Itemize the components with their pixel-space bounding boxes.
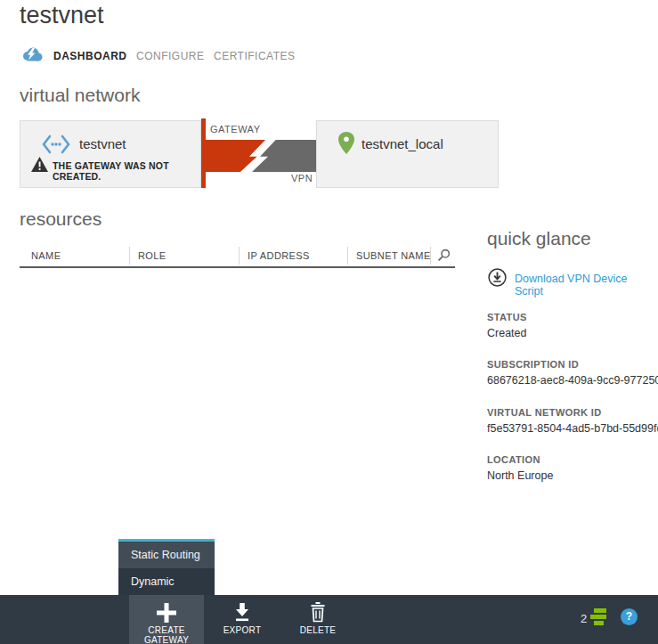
download-vpn-script-link[interactable]: Download VPN Device Script	[515, 273, 658, 298]
export-label: EXPORT	[214, 625, 271, 635]
operations-count[interactable]: 2	[581, 612, 587, 625]
help-icon[interactable]: ?	[621, 608, 638, 625]
column-header-role: ROLE	[138, 250, 167, 261]
column-divider	[129, 247, 130, 265]
column-divider	[347, 247, 348, 265]
virtual-network-icon	[42, 135, 70, 154]
subscription-id-value: 68676218-aec8-409a-9cc9-97725074	[487, 374, 658, 387]
warning-icon	[31, 157, 48, 172]
gateway-label: GATEWAY	[210, 124, 260, 135]
column-header-name: NAME	[31, 250, 61, 261]
export-icon	[214, 601, 271, 624]
location-value: North Europe	[487, 469, 658, 482]
vpn-label: VPN	[291, 173, 313, 183]
column-header-subnet: SUBNET NAME	[356, 250, 431, 261]
command-bar: CREATE GATEWAY EXPORT DEL	[0, 595, 658, 644]
trash-icon	[289, 601, 346, 624]
local-network-box: testvnet_local	[316, 120, 499, 188]
gateway-band-red	[206, 140, 265, 172]
tab-certificates[interactable]: CERTIFICATES	[214, 50, 296, 62]
status-label: STATUS	[487, 312, 527, 322]
menu-item-static-routing[interactable]: Static Routing	[118, 542, 215, 568]
page-title: testvnet	[20, 2, 104, 29]
subscription-id-label: SUBSCRIPTION ID	[487, 359, 579, 370]
download-circle-icon[interactable]	[488, 268, 507, 287]
cloud-icon	[21, 46, 43, 61]
section-title-resources: resources	[20, 208, 102, 230]
vpn-band-gray	[252, 140, 316, 172]
location-label: LOCATION	[487, 454, 540, 465]
gateway-bar	[201, 118, 206, 188]
location-pin-icon	[337, 132, 355, 155]
create-gateway-button[interactable]: CREATE GATEWAY	[129, 595, 204, 644]
tab-dashboard[interactable]: DASHBOARD	[53, 50, 127, 62]
delete-label: DELETE	[289, 625, 346, 635]
table-header-underline	[20, 266, 455, 268]
create-gateway-label: CREATE GATEWAY	[129, 625, 204, 644]
virtual-network-id-value: f5e53791-8504-4ad5-b7bd-55d99fd	[487, 422, 658, 435]
gateway-warning-text: THE GATEWAY WAS NOT CREATED.	[53, 160, 200, 182]
column-header-ip: IP ADDRESS	[248, 250, 310, 261]
operations-list-icon[interactable]	[589, 607, 611, 626]
column-divider	[430, 247, 431, 265]
local-network-name: testvnet_local	[361, 136, 443, 151]
vnet-dashboard-page: testvnet DASHBOARD CONFIGURE CERTIFICATE…	[0, 0, 658, 644]
delete-button[interactable]: DELETE	[289, 595, 346, 644]
section-title-quick-glance: quick glance	[487, 228, 591, 249]
menu-item-dynamic-routing[interactable]: Dynamic Routing	[118, 568, 215, 595]
routing-menu: Static Routing Dynamic Routing	[118, 539, 215, 595]
vnet-box: testvnet THE GATEWAY WAS NOT CREATED.	[20, 120, 201, 188]
section-title-virtual-network: virtual network	[20, 85, 140, 106]
virtual-network-id-label: VIRTUAL NETWORK ID	[487, 407, 602, 418]
tab-configure[interactable]: CONFIGURE	[136, 50, 205, 62]
plus-icon	[129, 601, 204, 624]
column-divider	[239, 247, 240, 265]
vnet-name: testvnet	[79, 136, 126, 151]
export-button[interactable]: EXPORT	[214, 595, 271, 644]
search-icon[interactable]	[437, 249, 451, 262]
status-value: Created	[487, 327, 658, 339]
